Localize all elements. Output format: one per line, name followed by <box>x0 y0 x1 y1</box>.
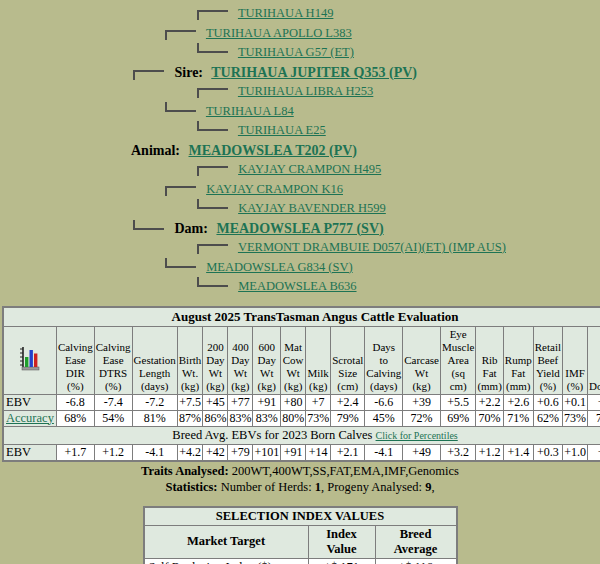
ebv-value-cell: +2.2 <box>476 394 503 410</box>
breed-avg-caption: Breed Avg. EBVs for 2023 Born Calves <box>172 428 375 442</box>
column-header: Birth Wt. (kg) <box>177 326 203 394</box>
index-value-header: Index Value <box>308 525 375 558</box>
breed-avg-value-cell: +1.4 <box>503 444 533 461</box>
tree-connector-icon <box>165 258 196 268</box>
accuracy-value-cell: 83% <box>253 410 281 426</box>
accuracy-value-cell: 71% <box>503 410 533 426</box>
tree-connector-icon <box>197 121 228 131</box>
ebv-value-cell: +91 <box>253 394 281 410</box>
column-header: Rib Fat (mm) <box>476 326 503 394</box>
ebv-table: August 2025 TransTasman Angus Cattle Eva… <box>2 306 600 462</box>
tree-connector-icon <box>165 30 196 40</box>
pedigree-link[interactable]: TURIHAUA APOLLO L383 <box>206 26 352 40</box>
tree-connector-icon <box>133 220 164 230</box>
progeny-label: , Progeny Analysed: <box>321 480 425 494</box>
dam-link[interactable]: MEADOWSLEA P777 (SV) <box>216 221 383 236</box>
ebv-value-cell: +5.5 <box>440 394 475 410</box>
ebv-value-cell: +45 <box>203 394 228 410</box>
tree-connector-icon <box>197 199 228 209</box>
pedigree-row: VERMONT DRAMBUIE D057(AI)(ET) (IMP AUS) <box>197 238 600 258</box>
pedigree-row: MEADOWSLEA B636 <box>197 277 600 297</box>
column-header: Calving Ease DTRS (%) <box>94 326 132 394</box>
pedigree-row: TURIHAUA LIBRA H253 <box>197 82 600 102</box>
tree-connector-icon <box>133 70 164 80</box>
breed-avg-value-cell: +42 <box>203 444 228 461</box>
pedigree-row: TURIHAUA E25 <box>197 121 600 141</box>
pedigree-link[interactable]: KAYJAY CRAMPON K16 <box>206 182 343 196</box>
breed-avg-value-cell: +2.1 <box>331 444 365 461</box>
accuracy-value-cell: 69% <box>440 410 475 426</box>
pedigree-link[interactable]: TURIHAUA E25 <box>238 123 326 137</box>
ebv-header-row: Calving Ease DIR (%)Calving Ease DTRS (%… <box>3 326 600 394</box>
ebv-value-cell: +7 <box>306 394 331 410</box>
column-header: IMF (%) <box>563 326 588 394</box>
ebv-value-cell: +7.5 <box>177 394 203 410</box>
breed-avg-value-cell: +49 <box>403 444 441 461</box>
pedigree-tree: TURIHAUA H149 TURIHAUA APOLLO L383 TURIH… <box>0 0 600 297</box>
pedigree-row: TURIHAUA G57 (ET) <box>197 43 600 63</box>
breed-avg-value-cell: +1.0 <box>563 444 588 461</box>
breed-average-cell: +$ 116 <box>375 558 457 564</box>
column-header: Gestation Length (days) <box>132 326 177 394</box>
accuracy-value-cell: 87% <box>177 410 203 426</box>
accuracy-value-cell: 79% <box>331 410 365 426</box>
breed-avg-value-cell: +1.2 <box>94 444 132 461</box>
pedigree-row: KAYJAY CRAMPON H495 <box>197 160 600 180</box>
breed-avg-caption-cell: Breed Avg. EBVs for 2023 Born Calves Cli… <box>3 426 600 444</box>
ebv-value-cell: +2.6 <box>503 394 533 410</box>
accuracy-row-label: Accuracy <box>3 410 56 426</box>
column-header: Mat Cow Wt (kg) <box>281 326 306 394</box>
pedigree-row-sire: Sire: TURIHAUA JUPITER Q353 (PV) <box>133 63 600 83</box>
accuracy-value-cell: 83% <box>228 410 253 426</box>
ebv-table-title-row: August 2025 TransTasman Angus Cattle Eva… <box>3 307 600 327</box>
pedigree-link[interactable]: VERMONT DRAMBUIE D057(AI)(ET) (IMP AUS) <box>238 240 506 254</box>
accuracy-value-cell: 73% <box>306 410 331 426</box>
accuracy-value-cell: 81% <box>132 410 177 426</box>
dam-label: Dam: <box>175 221 208 236</box>
column-header: Retail Beef Yield (%) <box>533 326 562 394</box>
sire-label: Sire: <box>175 65 204 80</box>
pedigree-row: KAYJAY BAVENDER H599 <box>197 199 600 219</box>
breed-avg-value-cell: +23 <box>588 444 600 461</box>
selection-table-title: SELECTION INDEX VALUES <box>144 507 457 526</box>
accuracy-value-cell: 68% <box>56 410 94 426</box>
accuracy-value-cell: 86% <box>203 410 228 426</box>
animal-link[interactable]: MEADOWSLEA T202 (PV) <box>189 143 358 158</box>
column-header: Days to Calving (days) <box>365 326 403 394</box>
breed-avg-value-cell: +0.3 <box>533 444 562 461</box>
accuracy-value-cell: 80% <box>281 410 306 426</box>
statistics-line: Statistics: Number of Herds: 1, Progeny … <box>0 480 600 494</box>
breed-avg-value-cell: +14 <box>306 444 331 461</box>
sire-link[interactable]: TURIHAUA JUPITER Q353 (PV) <box>211 65 417 80</box>
traits-analysed-label: Traits Analysed: <box>141 464 229 478</box>
pedigree-link[interactable]: TURIHAUA LIBRA H253 <box>238 84 373 98</box>
percentiles-link[interactable]: Click for Percentiles <box>376 430 458 441</box>
accuracy-value-cell: 62% <box>533 410 562 426</box>
ebv-value-cell: +0.1 <box>563 394 588 410</box>
breed-avg-caption-row: Breed Avg. EBVs for 2023 Born Calves Cli… <box>3 426 600 444</box>
pedigree-link[interactable]: KAYJAY CRAMPON H495 <box>238 162 381 176</box>
pedigree-link[interactable]: TURIHAUA H149 <box>238 6 333 20</box>
tree-connector-icon <box>165 102 196 112</box>
pedigree-link[interactable]: MEADOWSLEA G834 (SV) <box>206 260 353 274</box>
accuracy-link[interactable]: Accuracy <box>6 411 54 425</box>
breed-avg-value-cell: -4.1 <box>365 444 403 461</box>
pedigree-row: TURIHAUA APOLLO L383 <box>165 24 600 44</box>
pedigree-link[interactable]: TURIHAUA L84 <box>206 104 294 118</box>
ebv-value-cell: +39 <box>403 394 441 410</box>
accuracy-value-cell: 73% <box>563 410 588 426</box>
herds-label: Number of Herds: <box>218 480 315 494</box>
pedigree-row: TURIHAUA L84 <box>165 102 600 122</box>
column-header: 200 Day Wt (kg) <box>203 326 228 394</box>
selection-header-row: Market Target Index Value Breed Average <box>144 525 457 558</box>
breed-avg-value-cell: +1.2 <box>476 444 503 461</box>
breed-avg-value-cell: -4.1 <box>132 444 177 461</box>
pedigree-link[interactable]: KAYJAY BAVENDER H599 <box>238 201 386 215</box>
tree-connector-icon <box>197 43 228 53</box>
ebv-row-label: EBV <box>3 394 56 410</box>
pedigree-link[interactable]: TURIHAUA G57 (ET) <box>238 45 354 59</box>
pedigree-link[interactable]: MEADOWSLEA B636 <box>238 279 356 293</box>
accuracy-values-row: Accuracy 68%54%81%87%86%83%83%80%73%79%4… <box>3 410 600 426</box>
bar-chart-icon[interactable] <box>3 326 56 394</box>
selection-row-self-replacing: Self Replacing Index ($) +$ 171 +$ 116 <box>144 558 457 564</box>
